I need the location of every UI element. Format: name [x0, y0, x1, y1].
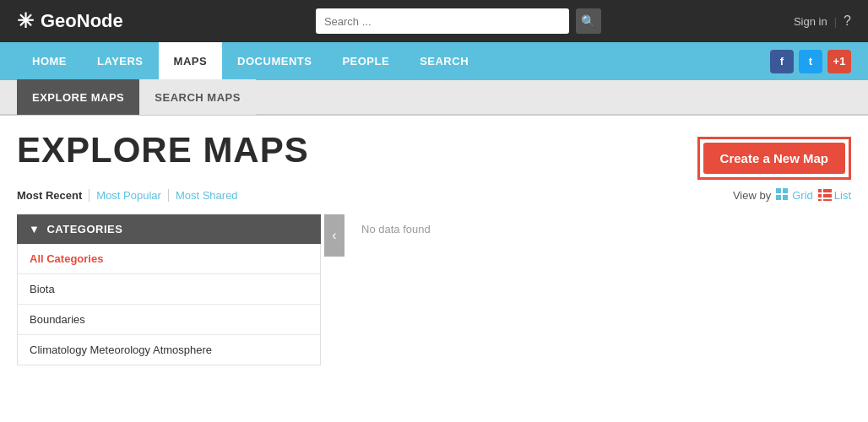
social-icons: f t +1: [770, 50, 851, 73]
nav-maps[interactable]: MAPS: [159, 42, 223, 80]
main-navigation: HOME LAYERS MAPS DOCUMENTS PEOPLE SEARCH…: [0, 42, 868, 80]
search-input[interactable]: [316, 8, 569, 34]
sign-in-link[interactable]: Sign in: [794, 15, 827, 28]
categories-chevron-icon: ▼: [29, 223, 40, 235]
category-climatology[interactable]: Climatology Meteorology Atmosphere: [18, 335, 320, 365]
nav-search[interactable]: SEARCH: [404, 42, 484, 80]
nav-links: HOME LAYERS MAPS DOCUMENTS PEOPLE SEARCH: [17, 42, 484, 80]
view-by-label: View by: [733, 189, 771, 202]
category-boundaries[interactable]: Boundaries: [18, 305, 320, 335]
svg-rect-7: [823, 194, 832, 197]
list-label: List: [834, 189, 851, 202]
svg-rect-6: [818, 194, 822, 197]
sort-most-popular[interactable]: Most Popular: [90, 189, 169, 202]
explore-maps-tab[interactable]: EXPLORE MAPS: [17, 79, 139, 115]
sort-most-recent[interactable]: Most Recent: [17, 189, 90, 202]
gplus-icon[interactable]: +1: [827, 50, 851, 73]
svg-rect-4: [818, 189, 822, 192]
sidebar-collapse-button[interactable]: ‹: [324, 214, 344, 257]
svg-rect-8: [818, 199, 822, 201]
list-icon: [818, 188, 832, 202]
content-area: No data found: [344, 214, 851, 244]
nav-people[interactable]: PEOPLE: [327, 42, 404, 80]
grid-label: Grid: [792, 189, 813, 202]
svg-rect-9: [823, 199, 832, 201]
no-data-message: No data found: [361, 214, 834, 244]
list-view-option[interactable]: List: [818, 188, 851, 202]
svg-rect-3: [783, 195, 788, 200]
view-by-area: View by Grid List: [733, 188, 851, 202]
create-new-map-button[interactable]: Create a New Map: [703, 143, 845, 174]
help-icon[interactable]: ?: [844, 14, 851, 29]
auth-divider: |: [834, 15, 837, 28]
grid-view-option[interactable]: Grid: [776, 188, 813, 202]
layout-row: ▼ CATEGORIES All Categories Biota Bounda…: [17, 214, 851, 365]
svg-rect-2: [776, 195, 781, 200]
sub-navigation: EXPLORE MAPS SEARCH MAPS: [0, 80, 868, 116]
categories-header[interactable]: ▼ CATEGORIES: [17, 214, 321, 244]
grid-icon: [776, 188, 789, 202]
page-title: EXPLORE MAPS: [17, 133, 309, 168]
sort-links: Most Recent Most Popular Most Shared: [17, 189, 245, 202]
nav-home[interactable]: HOME: [17, 42, 82, 80]
svg-rect-0: [776, 188, 781, 193]
top-navigation: ✳ GeoNode 🔍 Sign in | ?: [0, 0, 868, 42]
sort-bar: Most Recent Most Popular Most Shared Vie…: [17, 188, 851, 202]
logo: ✳ GeoNode: [17, 9, 123, 33]
app-name: GeoNode: [41, 10, 123, 32]
sidebar: ▼ CATEGORIES All Categories Biota Bounda…: [17, 214, 321, 365]
twitter-icon[interactable]: t: [799, 50, 822, 73]
search-button[interactable]: 🔍: [576, 8, 601, 34]
category-all[interactable]: All Categories: [18, 244, 320, 274]
logo-icon: ✳: [17, 9, 34, 33]
facebook-icon[interactable]: f: [770, 50, 794, 73]
create-button-wrapper: Create a New Map: [697, 137, 851, 180]
sort-most-shared[interactable]: Most Shared: [169, 189, 245, 202]
svg-rect-5: [823, 189, 832, 192]
category-biota[interactable]: Biota: [18, 274, 320, 305]
nav-documents[interactable]: DOCUMENTS: [222, 42, 327, 80]
search-area: 🔍: [316, 8, 601, 34]
nav-layers[interactable]: LAYERS: [82, 42, 159, 80]
categories-label: CATEGORIES: [46, 223, 122, 235]
svg-rect-1: [783, 188, 788, 193]
categories-list: All Categories Biota Boundaries Climatol…: [17, 244, 321, 365]
auth-area: Sign in | ?: [794, 14, 851, 29]
search-maps-tab[interactable]: SEARCH MAPS: [139, 79, 256, 115]
page-content: EXPLORE MAPS Create a New Map Most Recen…: [0, 116, 868, 365]
page-header: EXPLORE MAPS Create a New Map: [17, 133, 851, 180]
